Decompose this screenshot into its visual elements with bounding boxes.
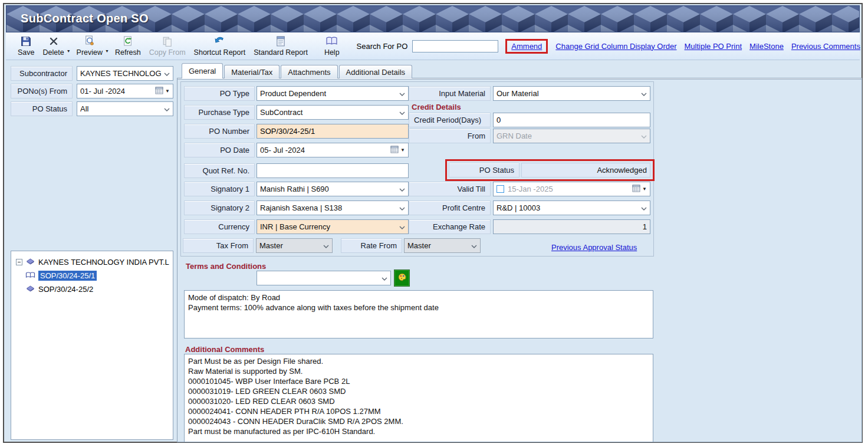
terms-palette-button[interactable] bbox=[394, 269, 410, 287]
signatory2-select[interactable]: Rajanish Saxena | S138 bbox=[257, 201, 409, 215]
calendar-icon bbox=[632, 184, 640, 194]
profit-centre-select[interactable]: R&D | 10003 bbox=[493, 201, 650, 215]
ammend-link[interactable]: Ammend bbox=[511, 42, 542, 51]
exchange-rate-field: 1 bbox=[493, 219, 650, 234]
quot-ref-input[interactable] bbox=[260, 164, 405, 178]
standard-report-button[interactable]: Standard Report bbox=[249, 34, 312, 58]
standard-report-icon bbox=[276, 35, 285, 47]
po-status-value-field: Acknowledged bbox=[521, 163, 650, 178]
input-material-select[interactable]: Our Material bbox=[493, 86, 650, 101]
quot-ref-field[interactable] bbox=[257, 163, 409, 178]
app-root: SubContract Open SO Save Delete ▼ Previe… bbox=[0, 0, 868, 447]
currency-select[interactable]: INR | Base Currency bbox=[257, 219, 409, 234]
input-material-label: Input Material bbox=[409, 86, 491, 101]
chevron-down-icon bbox=[399, 203, 405, 212]
tax-from-select[interactable]: Master bbox=[256, 238, 333, 253]
po-number-input[interactable] bbox=[260, 124, 405, 138]
preview-dropdown-arrow-icon[interactable]: ▼ bbox=[105, 49, 109, 53]
po-tree-panel: KAYNES TECHNOLOGY INDIA PVT.L SOP/30/24-… bbox=[11, 251, 173, 440]
chevron-down-icon bbox=[471, 241, 477, 250]
valid-till-checkbox[interactable] bbox=[497, 185, 504, 193]
search-po-input[interactable] bbox=[412, 40, 498, 52]
chevron-down-icon bbox=[164, 69, 170, 78]
comment-line: 0000101045- WBP User Interface Bare PCB … bbox=[188, 376, 649, 386]
additional-comments-textarea[interactable]: Part Must be as per Design File shared. … bbox=[184, 354, 653, 442]
po-status-filter-label: PO Status bbox=[11, 101, 73, 116]
valid-till-date-picker[interactable]: 15-Jan -2025 ▼ bbox=[493, 182, 650, 196]
signatory2-label: Signatory 2 bbox=[184, 201, 255, 215]
po-date-label: PO Date bbox=[184, 143, 255, 157]
delete-icon bbox=[49, 35, 58, 47]
refresh-icon bbox=[123, 35, 133, 47]
signatory1-select[interactable]: Manish Rathi | S690 bbox=[257, 182, 409, 196]
copy-from-button[interactable]: Copy From bbox=[145, 34, 190, 58]
help-button[interactable]: Help bbox=[320, 34, 344, 58]
tab-strip: General Material/Tax Attachments Additio… bbox=[182, 63, 413, 78]
subcontractor-select[interactable]: KAYNES TECHNOLOGY bbox=[77, 66, 173, 81]
exchange-rate-value: 1 bbox=[497, 222, 647, 231]
credit-period-field[interactable] bbox=[493, 113, 650, 127]
exchange-rate-label: Exchange Rate bbox=[409, 219, 491, 234]
tree-root-label: KAYNES TECHNOLOGY INDIA PVT.L bbox=[38, 258, 169, 267]
tree-item[interactable]: SOP/30/24-25/2 bbox=[11, 282, 173, 296]
credit-from-select[interactable]: GRN Date bbox=[493, 129, 650, 143]
po-status-label: PO Status bbox=[449, 163, 520, 178]
credit-period-input[interactable] bbox=[497, 113, 647, 127]
tab-attachments[interactable]: Attachments bbox=[281, 65, 337, 78]
milestone-link[interactable]: MileStone bbox=[749, 42, 784, 51]
dropdown-arrow-icon: ▼ bbox=[642, 186, 647, 192]
comment-line: 0000024041- CONN HEADER PTH R/A 10POS 1.… bbox=[188, 406, 649, 416]
valid-till-label: Valid Till bbox=[409, 182, 491, 196]
page-title: SubContract Open SO bbox=[21, 12, 149, 25]
previous-comments-link[interactable]: Previous Comments bbox=[791, 42, 860, 51]
window: SubContract Open SO Save Delete ▼ Previe… bbox=[3, 3, 863, 443]
tab-material-tax[interactable]: Material/Tax bbox=[224, 65, 280, 78]
comment-line: 0000031020- LED RED CLEAR 0603 SMD bbox=[188, 396, 649, 406]
po-number-field[interactable] bbox=[257, 124, 409, 139]
preview-button[interactable]: Preview bbox=[73, 34, 107, 58]
multiple-po-print-link[interactable]: Multiple PO Print bbox=[685, 42, 742, 51]
tab-additional-details[interactable]: Additional Details bbox=[339, 65, 412, 78]
chevron-down-icon bbox=[399, 89, 405, 98]
previous-approval-status-link[interactable]: Previous Approval Status bbox=[551, 243, 637, 252]
tree-item[interactable]: SOP/30/24-25/1 bbox=[11, 269, 173, 282]
change-grid-column-display-order-link[interactable]: Change Grid Column Display Order bbox=[555, 42, 676, 51]
po-status-filter-select[interactable]: All bbox=[77, 101, 173, 116]
tree-root-row[interactable]: KAYNES TECHNOLOGY INDIA PVT.L bbox=[11, 255, 173, 269]
shortcut-report-button[interactable]: Shortcut Report bbox=[190, 34, 250, 58]
toolbar: Save Delete ▼ Preview ▼ Refresh bbox=[6, 32, 860, 60]
book-icon bbox=[25, 257, 35, 267]
tab-general[interactable]: General bbox=[182, 63, 223, 78]
po-type-select[interactable]: Product Dependent bbox=[257, 86, 409, 101]
shortcut-report-icon bbox=[214, 35, 225, 47]
palette-icon bbox=[397, 272, 407, 284]
comment-line: Part must be manufactured as per IPC-610… bbox=[188, 426, 649, 436]
refresh-button[interactable]: Refresh bbox=[111, 34, 145, 58]
terms-select[interactable] bbox=[257, 271, 391, 285]
search-for-po-label: Search For PO bbox=[357, 42, 408, 51]
currency-label: Currency bbox=[184, 219, 255, 234]
comment-line: 0000024043 - CONN HEADER DuraClik SMD R/… bbox=[188, 416, 649, 426]
dropdown-arrow-icon: ▼ bbox=[165, 88, 170, 94]
copy-from-icon bbox=[162, 35, 173, 47]
terms-line: Payment terms: 100% advance along with t… bbox=[188, 303, 649, 313]
additional-comments-heading: Additional Comments bbox=[185, 345, 264, 354]
help-icon bbox=[326, 35, 337, 47]
chevron-down-icon bbox=[641, 203, 647, 212]
purchase-type-select[interactable]: SubContract bbox=[257, 105, 409, 120]
pono-from-date-picker[interactable]: 01- Jul -2024 ▼ bbox=[77, 84, 173, 98]
tree-collapse-icon[interactable] bbox=[16, 259, 22, 265]
po-status-value: Acknowledged bbox=[525, 166, 647, 175]
tree-item-label: SOP/30/24-25/2 bbox=[38, 285, 93, 294]
delete-button[interactable]: Delete bbox=[39, 34, 68, 58]
credit-details-heading: Credit Details bbox=[412, 103, 461, 111]
dropdown-arrow-icon: ▼ bbox=[400, 147, 405, 153]
comment-line: 0000031019- LED GREEN CLEAR 0603 SMD bbox=[188, 386, 649, 396]
chevron-down-icon bbox=[641, 132, 647, 140]
comment-line: Part Must be as per Design File shared. bbox=[188, 356, 649, 366]
save-button[interactable]: Save bbox=[14, 34, 39, 58]
delete-dropdown-arrow-icon[interactable]: ▼ bbox=[67, 49, 71, 53]
rate-from-select[interactable]: Master bbox=[404, 238, 481, 253]
po-date-picker[interactable]: 05- Jul -2024 ▼ bbox=[257, 143, 409, 157]
terms-textarea[interactable]: Mode of dispatch: By Road Payment terms:… bbox=[184, 290, 653, 338]
